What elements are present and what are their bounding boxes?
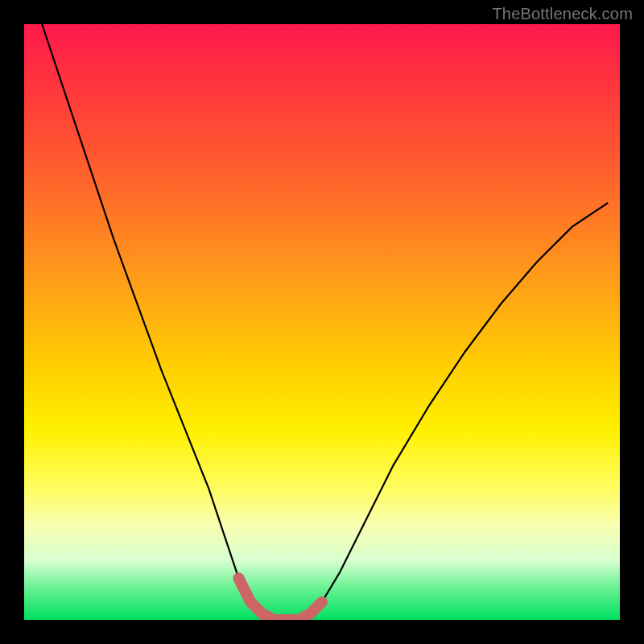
watermark-text: TheBottleneck.com [492,5,633,23]
plot-area [24,24,620,620]
outer-frame: TheBottleneck.com [0,0,644,644]
highlight-curve [238,578,322,620]
main-curve [42,24,608,620]
curve-svg [24,24,620,620]
